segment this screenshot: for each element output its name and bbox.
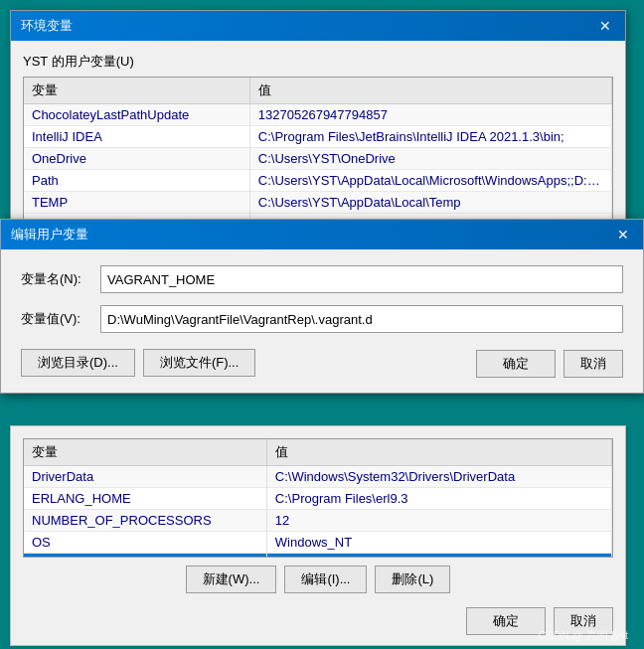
user-var-value: 132705267947794857	[249, 104, 611, 126]
table-header-row: 变量 值	[24, 78, 612, 104]
user-vars-label: YST 的用户变量(U)	[23, 53, 613, 71]
browse-buttons-row: 浏览目录(D)... 浏览文件(F)...	[21, 349, 255, 377]
sys-var-value: 12	[266, 510, 611, 532]
sys-var-row[interactable]: DriverDataC:\Windows\System32\Drivers\Dr…	[24, 466, 612, 488]
edit-dialog-title: 编辑用户变量	[11, 226, 88, 243]
main-ok-cancel-row: 确定 取消	[11, 601, 625, 645]
edit-ok-cancel-row: 确定 取消	[476, 350, 623, 378]
system-vars-section: 变量 值 DriverDataC:\Windows\System32\Drive…	[10, 425, 626, 646]
env-window-title: 环境变量	[21, 17, 73, 35]
var-name-input[interactable]	[100, 265, 623, 293]
main-ok-button[interactable]: 确定	[466, 607, 546, 635]
system-vars-table-container[interactable]: 变量 值 DriverDataC:\Windows\System32\Drive…	[23, 438, 613, 558]
system-vars-table: 变量 值 DriverDataC:\Windows\System32\Drive…	[24, 439, 612, 558]
sys-table-header-row: 变量 值	[24, 439, 612, 466]
user-var-value: C:\Program Files\JetBrains\IntelliJ IDEA…	[249, 126, 611, 148]
edit-ok-button[interactable]: 确定	[476, 350, 556, 378]
env-window-close[interactable]: ✕	[595, 18, 615, 34]
user-var-name: ChocolateyLastPathUpdate	[24, 104, 249, 126]
edit-cancel-button[interactable]: 取消	[564, 350, 623, 378]
system-vars-buttons: 新建(W)... 编辑(I)... 删除(L)	[11, 558, 625, 601]
var-name-label: 变量名(N):	[21, 270, 100, 288]
user-var-row[interactable]: IntelliJ IDEAC:\Program Files\JetBrains\…	[24, 126, 612, 148]
user-var-name: IntelliJ IDEA	[24, 126, 249, 148]
sys-var-row[interactable]: ERLANG_HOMEC:\Program Files\erl9.3	[24, 488, 612, 510]
sys-var-name: OS	[24, 532, 266, 554]
edit-dialog: 编辑用户变量 ✕ 变量名(N): 变量值(V): 浏览目录(D)... 浏览文件…	[0, 219, 644, 394]
var-value-row: 变量值(V):	[21, 305, 623, 333]
user-var-row[interactable]: OneDriveC:\Users\YST\OneDrive	[24, 148, 612, 170]
user-var-row[interactable]: TEMPC:\Users\YST\AppData\Local\Temp	[24, 192, 612, 214]
sys-col-header-val: 值	[266, 439, 611, 466]
user-var-value: C:\Users\YST\AppData\Local\Microsoft\Win…	[249, 170, 611, 192]
system-vars-label	[11, 426, 625, 438]
watermark: CSDN @ 亮明 Iyst	[538, 628, 628, 643]
sys-var-row[interactable]: OSWindows_NT	[24, 532, 612, 554]
sys-col-header-var: 变量	[24, 439, 266, 466]
user-var-name: Path	[24, 170, 249, 192]
edit-sys-var-button[interactable]: 编辑(I)...	[284, 566, 367, 593]
sys-var-value: C:\Windows\System32\Drivers\DriverData	[266, 466, 611, 488]
env-window-titlebar: 环境变量 ✕	[11, 11, 625, 41]
browse-dir-button[interactable]: 浏览目录(D)...	[21, 349, 135, 377]
user-vars-table: 变量 值 ChocolateyLastPathUpdate13270526794…	[24, 78, 612, 236]
sys-var-row[interactable]: NUMBER_OF_PROCESSORS12	[24, 510, 612, 532]
col-header-var: 变量	[24, 78, 249, 104]
user-var-row[interactable]: PathC:\Users\YST\AppData\Local\Microsoft…	[24, 170, 612, 192]
var-value-input[interactable]	[100, 305, 623, 333]
user-var-value: C:\Users\YST\OneDrive	[249, 148, 611, 170]
sys-var-name: DriverData	[24, 466, 266, 488]
delete-sys-var-button[interactable]: 删除(L)	[375, 566, 450, 593]
sys-var-value: Windows_NT	[266, 532, 611, 554]
var-name-row: 变量名(N):	[21, 265, 623, 293]
new-sys-var-button[interactable]: 新建(W)...	[186, 566, 277, 593]
edit-dialog-titlebar: 编辑用户变量 ✕	[1, 220, 643, 249]
sys-var-name: ERLANG_HOME	[24, 488, 266, 510]
sys-var-value: C:\Program Files\erl9.3	[266, 488, 611, 510]
browse-file-button[interactable]: 浏览文件(F)...	[143, 349, 255, 377]
user-var-row[interactable]: ChocolateyLastPathUpdate1327052679477948…	[24, 104, 612, 126]
sys-var-name: NUMBER_OF_PROCESSORS	[24, 510, 266, 532]
user-var-name: OneDrive	[24, 148, 249, 170]
col-header-val: 值	[249, 78, 611, 104]
edit-dialog-close[interactable]: ✕	[613, 227, 633, 243]
edit-body: 变量名(N): 变量值(V): 浏览目录(D)... 浏览文件(F)... 确定…	[1, 249, 643, 393]
var-value-label: 变量值(V):	[21, 310, 100, 328]
user-var-name: TEMP	[24, 192, 249, 214]
user-var-value: C:\Users\YST\AppData\Local\Temp	[249, 192, 611, 214]
